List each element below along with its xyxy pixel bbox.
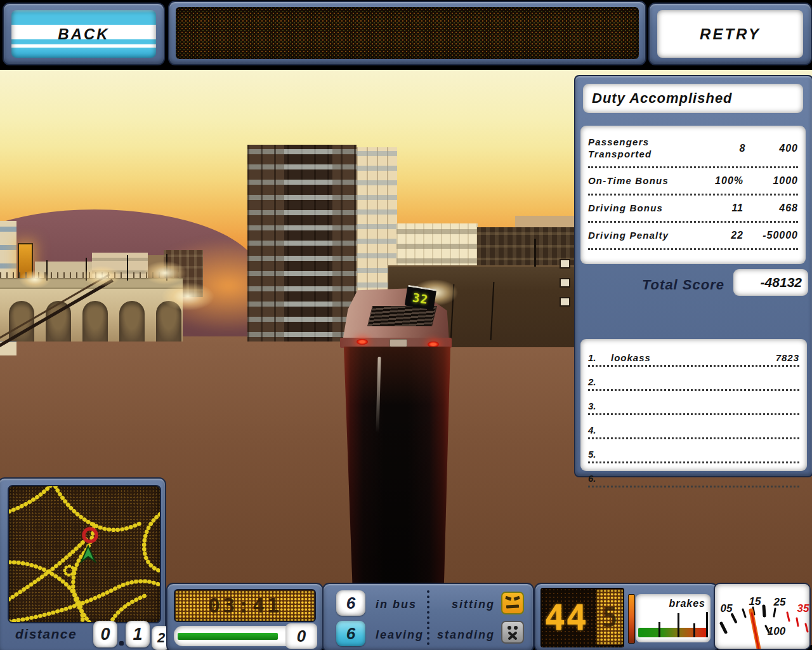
leaderboard-row: 4.	[588, 415, 799, 439]
back-button-frame: BACK	[3, 3, 165, 65]
standing-label: standing	[431, 628, 495, 642]
time-led-display: 03:41	[174, 589, 316, 622]
antenna-pole	[534, 239, 536, 267]
stat-label: Driving Penalty	[588, 230, 702, 242]
stat-row: Driving Bonus 11 468	[588, 196, 798, 223]
gauge-multiplier-label: 100	[768, 625, 786, 637]
streetlight-glow	[75, 262, 128, 291]
leaderboard-rank: 2.	[588, 376, 611, 387]
streetlight-glow	[151, 277, 225, 316]
odometer-digit-2: 1	[126, 621, 150, 647]
speed-next-digit-cell: 5	[596, 589, 623, 645]
leaderboard-rank: 6.	[588, 473, 611, 484]
lit-window	[560, 278, 570, 288]
leaderboard-row: 5.	[588, 439, 799, 463]
speed-value: 44	[544, 597, 587, 638]
stat-row: Driving Penalty 22 -50000	[588, 223, 798, 250]
gauge-redline-label: 35	[797, 602, 809, 614]
leaderboard-box: 1. lookass 7823 2. 3. 4. 5.	[580, 339, 807, 471]
total-score-value: -48132	[761, 275, 802, 290]
minimap-roads	[9, 486, 160, 622]
back-button[interactable]: BACK	[11, 10, 156, 58]
taillight-left	[357, 339, 368, 345]
sitting-label: sitting	[436, 598, 495, 611]
leaving-label: leaving	[376, 628, 424, 642]
stat-points: 468	[743, 202, 798, 214]
odometer-decimal-point	[119, 641, 124, 646]
player-bus: 32	[335, 283, 457, 583]
retry-button-label: RETRY	[700, 25, 761, 43]
brakes-gauge: brakes	[636, 594, 710, 642]
stat-points: -50000	[743, 230, 798, 241]
standing-passenger-icon	[501, 621, 524, 644]
schedule-panel: 03:41 0	[166, 583, 324, 650]
leaderboard-rank: 4.	[588, 425, 611, 435]
stats-box: Passengers Transported 8 400 On-Time Bon…	[580, 126, 806, 264]
distance-label: distance	[15, 627, 77, 642]
led-marquee-display	[176, 7, 639, 59]
stat-label: Passengers Transported	[588, 136, 705, 161]
retry-button[interactable]: RETRY	[657, 10, 803, 58]
stat-label: On-Time Bonus	[588, 175, 702, 187]
streetlight-glow	[13, 267, 57, 292]
minimap-destination-marker	[84, 529, 96, 541]
time-display-value: 03:41	[208, 594, 282, 618]
stat-count: 8	[705, 143, 745, 154]
minimap-panel: distance 0 1 2	[0, 477, 166, 650]
leaderboard-rank: 5.	[588, 449, 611, 460]
stat-count: 11	[702, 202, 743, 214]
in-bus-count-box: 6	[336, 590, 365, 616]
back-button-label: BACK	[58, 25, 109, 43]
speed-led-display: 44 5	[540, 588, 624, 647]
retry-button-frame: RETRY	[648, 3, 812, 65]
gauge-tick-label: 05	[721, 602, 733, 614]
bus-body	[344, 347, 450, 583]
brakes-label: brakes	[669, 598, 705, 609]
progress-fill	[178, 633, 278, 640]
stat-count: 100%	[702, 175, 743, 187]
total-score-box: -48132	[733, 269, 808, 296]
duty-panel: Duty Accomplished Passengers Transported…	[574, 75, 812, 477]
bus-route-sign: 32	[405, 285, 437, 310]
leaderboard-row: 6.	[588, 463, 799, 488]
stat-points: 400	[745, 143, 798, 154]
leaving-count-box: 6	[336, 621, 365, 646]
rpm-gauge: 05 15 25 35 100	[715, 584, 809, 649]
total-score-label: Total Score	[642, 277, 724, 293]
progress-value-box: 0	[285, 623, 317, 649]
leaderboard-rank: 1.	[588, 352, 611, 363]
brakes-bar	[638, 628, 708, 637]
passengers-panel: 6 in bus 6 leaving sitting standing	[322, 583, 534, 650]
duty-header: Duty Accomplished	[583, 84, 803, 113]
lit-window	[560, 297, 570, 307]
stat-points: 1000	[743, 175, 798, 187]
rpm-gauge-panel: 05 15 25 35 100	[714, 583, 811, 650]
stat-row: Passengers Transported 8 400	[588, 131, 798, 168]
lit-window	[560, 259, 570, 269]
route-progress-bar: 0	[174, 626, 316, 646]
gauge-tick-label: 15	[749, 595, 761, 607]
stat-count: 22	[702, 230, 743, 241]
bus-route-number: 32	[412, 290, 429, 307]
progress-value: 0	[297, 627, 306, 646]
stat-row: On-Time Bonus 100% 1000	[588, 168, 798, 196]
bus-plate	[390, 339, 407, 347]
speed-next-digit: 5	[601, 602, 617, 633]
leaderboard-row: 3.	[588, 391, 799, 415]
leaderboard-row: 2.	[588, 367, 799, 391]
dashboard-panel: 44 5 brakes	[534, 583, 718, 650]
stat-label: Driving Bonus	[588, 202, 702, 215]
gauge-tick-label: 25	[773, 596, 786, 608]
in-bus-label: in bus	[376, 598, 417, 611]
brake-temp-strip	[628, 594, 635, 644]
sitting-passenger-icon	[501, 592, 524, 614]
game-screen: 32 BACK RETRY Duty Accomplished P	[0, 0, 812, 650]
leaderboard-rank: 3.	[588, 401, 611, 411]
leaderboard-score: 7823	[776, 352, 799, 363]
marquee-frame	[168, 1, 646, 65]
divider-dotted	[427, 590, 429, 645]
odometer-digit-1: 0	[93, 621, 117, 647]
duty-title: Duty Accomplished	[592, 90, 733, 107]
leaderboard-row: 1. lookass 7823	[588, 343, 799, 367]
taillight-right	[428, 342, 439, 347]
